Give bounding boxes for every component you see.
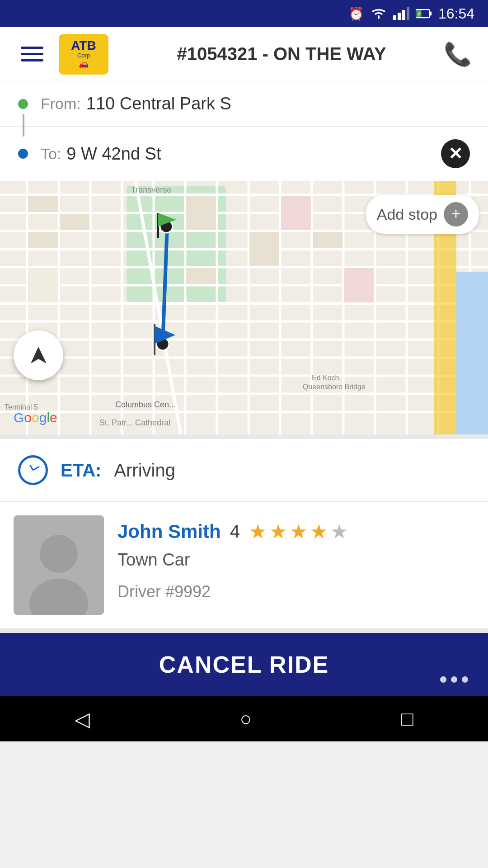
add-stop-label: Add stop	[377, 206, 437, 223]
svg-rect-45	[186, 196, 216, 230]
alarm-icon: ⏰	[348, 6, 364, 21]
recents-button[interactable]: □	[401, 708, 413, 730]
pickup-marker	[149, 208, 181, 242]
to-dot	[18, 149, 28, 159]
svg-rect-44	[60, 214, 89, 230]
home-button[interactable]: ○	[239, 708, 252, 730]
recents-icon: □	[401, 708, 413, 730]
status-bar: ⏰ ⚡ 16:54	[0, 0, 488, 27]
back-button[interactable]: ◁	[75, 708, 90, 731]
top-nav: ATB Corp 🚗 #1054321 - ON THE WAY 📞	[0, 27, 488, 81]
svg-rect-47	[249, 232, 279, 266]
back-icon: ◁	[75, 708, 90, 731]
driver-silhouette-icon	[23, 529, 95, 615]
svg-rect-48	[281, 196, 311, 230]
clear-destination-button[interactable]: ✕	[441, 139, 470, 168]
add-stop-plus-icon: +	[444, 202, 468, 226]
more-options-dots[interactable]	[440, 676, 468, 683]
svg-rect-3	[407, 7, 409, 20]
cancel-ride-label: CANCEL RIDE	[159, 651, 329, 678]
driver-photo	[14, 515, 104, 615]
to-row[interactable]: To: 9 W 42nd St ✕	[0, 127, 488, 181]
phone-button[interactable]: 📞	[444, 41, 472, 67]
driver-name-row: John Smith 4 ★ ★ ★ ★ ★	[117, 520, 474, 543]
driver-info: John Smith 4 ★ ★ ★ ★ ★ Town Car Driver #…	[117, 515, 474, 601]
location-arrow-icon	[26, 343, 51, 368]
svg-rect-43	[28, 268, 58, 302]
google-logo: Google	[14, 410, 57, 425]
destination-marker	[145, 321, 181, 359]
to-label: To:	[41, 145, 61, 163]
svg-rect-41	[28, 196, 58, 212]
svg-text:Ed Koch: Ed Koch	[312, 374, 339, 382]
wifi-icon	[371, 7, 387, 20]
star-2: ★	[269, 520, 287, 543]
star-3: ★	[290, 520, 307, 543]
home-icon: ○	[239, 708, 252, 730]
svg-rect-50	[344, 268, 374, 302]
svg-point-74	[40, 535, 78, 573]
trip-title: #1054321 - ON THE WAY	[119, 44, 444, 64]
cancel-ride-button[interactable]: CANCEL RIDE	[0, 633, 488, 696]
route-inputs: From: 110 Central Park S To: 9 W 42nd St…	[0, 81, 488, 181]
driver-section: John Smith 4 ★ ★ ★ ★ ★ Town Car Driver #…	[0, 502, 488, 633]
eta-label: ETA:	[61, 460, 101, 481]
hamburger-line	[21, 59, 43, 61]
svg-rect-49	[313, 232, 343, 248]
clock-minute-hand	[33, 466, 39, 471]
svg-marker-70	[158, 213, 176, 226]
add-stop-button[interactable]: Add stop +	[366, 195, 479, 234]
driver-rating-number: 4	[230, 521, 240, 542]
map-container[interactable]: Transverse LENOX Terminal 5 Times Square…	[0, 181, 488, 434]
logo-car-icon: 🚗	[79, 59, 89, 69]
status-time: 16:54	[438, 5, 474, 22]
svg-rect-1	[398, 13, 401, 20]
svg-rect-5	[430, 12, 432, 16]
driver-stars: ★ ★ ★ ★ ★	[249, 520, 348, 543]
driver-name: John Smith	[117, 521, 221, 542]
from-row[interactable]: From: 110 Central Park S	[0, 81, 488, 127]
hamburger-line	[21, 53, 43, 55]
eta-section: ETA: Arriving	[0, 434, 488, 502]
star-4: ★	[310, 520, 328, 543]
clock-icon	[18, 455, 48, 485]
svg-rect-2	[402, 10, 405, 20]
hamburger-button[interactable]	[16, 42, 48, 66]
svg-marker-73	[31, 347, 47, 363]
logo-subtext: Corp	[77, 52, 90, 59]
close-icon: ✕	[448, 145, 463, 162]
svg-rect-0	[393, 15, 396, 20]
from-address: 110 Central Park S	[86, 94, 470, 113]
svg-point-75	[29, 579, 88, 615]
app-logo: ATB Corp 🚗	[59, 34, 108, 75]
svg-text:Columbus Cen...: Columbus Cen...	[115, 400, 176, 409]
from-label: From:	[41, 95, 81, 113]
svg-rect-42	[28, 232, 58, 248]
signal-icon	[393, 7, 409, 20]
hamburger-line	[21, 47, 43, 49]
bottom-nav: ◁ ○ □	[0, 696, 488, 741]
from-dot	[18, 99, 28, 109]
my-location-button[interactable]	[14, 330, 63, 380]
svg-marker-72	[155, 326, 175, 344]
to-address: 9 W 42nd St	[66, 144, 441, 164]
star-5: ★	[330, 520, 348, 543]
svg-text:Transverse: Transverse	[131, 185, 171, 194]
status-icons: ⏰ ⚡ 16:54	[348, 5, 474, 22]
svg-text:⚡: ⚡	[416, 11, 422, 17]
driver-vehicle: Town Car	[117, 550, 474, 570]
eta-value: Arriving	[114, 460, 175, 481]
svg-text:Queensboro Bridge: Queensboro Bridge	[303, 383, 366, 391]
logo-text-atb: ATB	[71, 39, 96, 52]
star-1: ★	[249, 520, 267, 543]
battery-icon: ⚡	[416, 8, 432, 19]
driver-id: Driver #9992	[117, 582, 474, 601]
svg-text:St. Patr... Cathedral: St. Patr... Cathedral	[99, 418, 170, 427]
svg-rect-46	[186, 268, 216, 284]
svg-rect-40	[456, 272, 488, 434]
